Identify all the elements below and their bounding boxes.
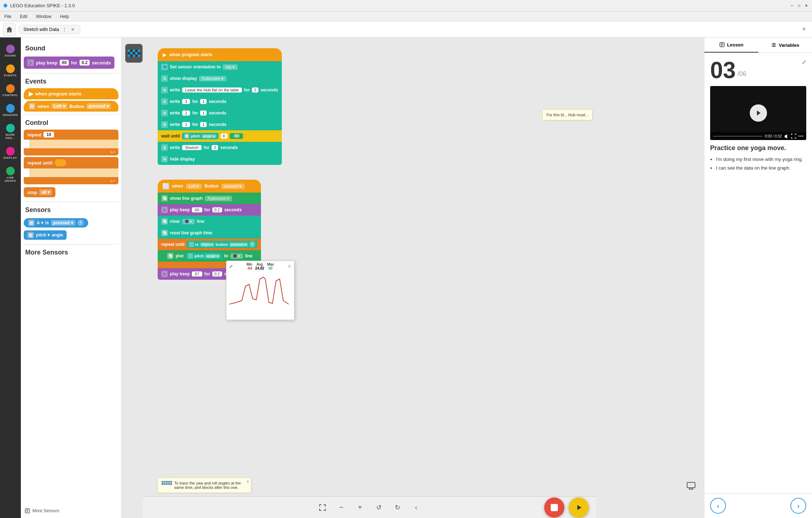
block-a-is-pressed[interactable]: ⬜ A ▾ is pressed ▾ ? (24, 218, 88, 228)
divider-2 (24, 114, 118, 115)
graph-expand-icon[interactable]: ⤢ (229, 264, 233, 269)
block-hat-program-starts[interactable]: ▶ when program starts (158, 48, 282, 61)
blocks-panel: Sound 🔊 play beep 60 for 0.2 seconds Eve… (21, 37, 122, 518)
active-tab[interactable]: Stretch with Data ⋮ ✕ (19, 25, 80, 34)
block-repeat-until-right[interactable]: repeat until is Right ▾ button pressed ▾… (158, 239, 261, 250)
sidebar-item-sensors[interactable]: SENSORS (1, 101, 20, 120)
block-pitch-angle[interactable]: ⬜ pitch ▾ angle (24, 230, 67, 240)
sidebar-label-display: DISPLAY (4, 156, 17, 159)
sidebar-label-sensors: SENSORS (3, 113, 18, 117)
wait-pitch-label: pitch (191, 134, 200, 138)
block-write-2[interactable]: 🖥 write 2 for 1 seconds (158, 107, 282, 119)
lesson-icon (24, 508, 30, 514)
lesson-bullets: I'm doing my first move with my yoga rin… (716, 156, 806, 171)
menu-window[interactable]: Window (35, 13, 53, 20)
lesson-tabs: Lesson Variables (704, 37, 812, 53)
menu-file[interactable]: File (3, 13, 13, 20)
tab-variables-label: Variables (779, 42, 799, 48)
minimize-button[interactable]: ─ (789, 3, 795, 9)
redo-button[interactable]: ↻ (391, 501, 404, 514)
lesson-bullet-2: I can see the data on the line graph. (716, 165, 806, 171)
svg-point-20 (802, 136, 803, 137)
section-events-title: Events (25, 78, 117, 85)
sidebar-item-line-graph[interactable]: LINE GRAPH (1, 164, 20, 185)
block-play-beep[interactable]: 🔊 play beep 60 for 0.2 seconds (24, 57, 114, 69)
fullscreen-video-icon[interactable] (791, 134, 796, 139)
monitor-fullscreen-button[interactable] (684, 478, 698, 493)
forward-arrow: › (797, 502, 800, 510)
block-clear-line[interactable]: 📈 clear ▾ line (158, 216, 261, 227)
block-write-stretch[interactable]: 🖥 write Stretch! for 2 seconds (158, 142, 282, 153)
block-play-beep-60[interactable]: 🔊 play beep 60 for 0.2 seconds (158, 204, 261, 216)
redo-icon: ↻ (395, 504, 400, 512)
block-write-1[interactable]: 🖥 write 1 for 1 seconds (158, 119, 282, 130)
collapse-button[interactable]: ‹ (410, 501, 423, 514)
graph-popup[interactable]: ⤢ Min -64 Avg 24.82 Max 90 ✕ (226, 261, 294, 320)
stat-avg-val: 24.82 (255, 266, 264, 270)
block-when-program-starts[interactable]: ▶ when program starts (24, 88, 118, 99)
block-when-left-button[interactable]: ⬜ when Left ▾ Button pressed ▾ (24, 101, 118, 112)
sidebar-item-sound[interactable]: SOUND (1, 42, 20, 60)
stat-min-val: -64 (247, 266, 252, 270)
shrink-button[interactable] (316, 501, 329, 514)
tab-close-button[interactable]: ✕ (70, 27, 76, 32)
block-write-3[interactable]: 🖥 write 3 for 1 seconds (158, 96, 282, 107)
block-show-line-graph[interactable]: 📈 show line graph Fullscreen ▾ (158, 193, 261, 204)
tab-variables[interactable]: Variables (758, 37, 812, 53)
run-button[interactable] (569, 497, 589, 518)
sidebar-item-more-sensors[interactable]: MORE SEN... (1, 121, 20, 143)
app-title: LEGO Education SPIKE - 1.3.0 (10, 3, 789, 8)
lesson-link[interactable]: More Sensors (24, 508, 59, 514)
expand-lesson-button[interactable]: ⤢ (802, 59, 806, 66)
block-hat-left-button[interactable]: ⬜ when Left ▾ Button pressed ▾ (158, 180, 261, 193)
block-repeat-until[interactable]: repeat until ↩ (24, 157, 118, 184)
info-box-2-close[interactable]: ✕ (246, 479, 249, 484)
video-play-button[interactable] (750, 104, 767, 122)
zoom-out-button[interactable]: − (335, 501, 348, 514)
tab-lesson[interactable]: Lesson (704, 37, 758, 53)
svg-marker-17 (757, 111, 761, 116)
graph-close-button[interactable]: ✕ (288, 264, 291, 269)
sidebar-label-events: EVENTS (4, 74, 17, 77)
lesson-back-button[interactable]: ‹ (710, 498, 726, 514)
sidebar-item-display[interactable]: DISPLAY (1, 144, 20, 162)
home-button[interactable] (3, 23, 16, 36)
block-reset-line-graph[interactable]: 📈 reset line graph time (158, 227, 261, 239)
hub-icon[interactable] (125, 44, 143, 63)
volume-icon[interactable] (784, 134, 789, 139)
new-tab-button[interactable]: + (799, 24, 809, 35)
menu-help[interactable]: Help (59, 13, 71, 20)
block-wait-until[interactable]: wait until ⬜ pitch angle ▾ = -90 (158, 130, 282, 142)
section-control-title: Control (25, 119, 117, 127)
block-hide-display[interactable]: 🖥 hide display (158, 153, 282, 165)
block-plot[interactable]: 📈 plot pitch angle ▾ to ▾ line (158, 250, 261, 262)
zoom-out-icon: − (339, 503, 343, 512)
sidebar-item-events[interactable]: EVENTS (1, 62, 20, 80)
canvas-area[interactable]: ▶ when program starts 🔷 Set sensor orien… (122, 37, 704, 518)
lesson-video[interactable]: 0:00 / 0:32 (710, 86, 806, 140)
menu-edit[interactable]: Edit (18, 13, 29, 20)
block-set-sensor[interactable]: 🔷 Set sensor orientation to top ▾ (158, 61, 282, 73)
sidebar-label-line-graph: LINE GRAPH (3, 176, 18, 183)
sound-icon (6, 45, 15, 53)
tab-menu-icon[interactable]: ⋮ (62, 27, 67, 32)
close-button[interactable]: ✕ (803, 3, 809, 9)
block-show-display[interactable]: 🖥 show display Fullscreen ▾ (158, 73, 282, 84)
hub-pixel-display (128, 50, 140, 57)
block-write-leave-hub[interactable]: 🖥 write Leave the Hub flat on the table … (158, 84, 282, 96)
zoom-in-button[interactable]: + (353, 501, 366, 514)
variables-tab-icon (771, 42, 777, 48)
block-repeat-10[interactable]: repeat 10 ↩ (24, 130, 118, 156)
graph-stat-min: Min -64 (247, 262, 252, 270)
more-video-icon[interactable] (798, 134, 803, 139)
block-stop-all[interactable]: stop all ▾ (24, 187, 55, 197)
main-layout: SOUND EVENTS CONTROL SENSORS MORE SEN...… (0, 37, 812, 518)
stop-button[interactable] (544, 497, 564, 518)
lesson-forward-button[interactable]: › (790, 498, 806, 514)
maximize-button[interactable]: □ (796, 3, 802, 9)
undo-button[interactable]: ↺ (372, 501, 385, 514)
progress-bar[interactable] (713, 136, 763, 137)
window-controls[interactable]: ─ □ ✕ (789, 3, 809, 9)
sidebar-item-control[interactable]: CONTROL (1, 81, 20, 100)
lesson-step: 03 /06 (710, 59, 746, 82)
